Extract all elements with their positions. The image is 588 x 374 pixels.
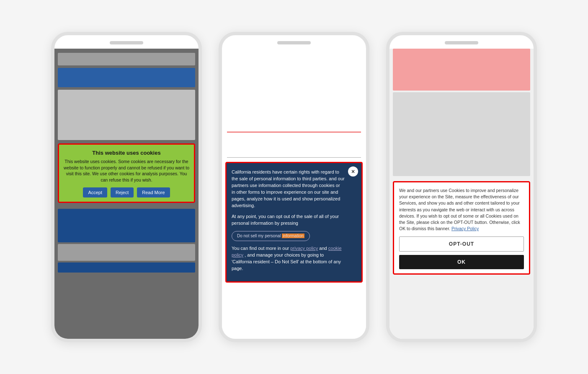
phone-1-bottom-bar-2 (58, 244, 195, 261)
phone-1-bar-2 (58, 68, 195, 87)
cookie-banner-2: × California residents have certain righ… (225, 162, 363, 283)
cookie-banner-2-text3: At any point, you can opt out of the sal… (232, 213, 356, 227)
accept-button[interactable]: Accept (83, 187, 107, 197)
cookie-text-find: You can find out more in our (232, 246, 289, 251)
privacy-policy-link-3[interactable]: Privacy Policy (451, 226, 479, 231)
close-icon: × (351, 168, 355, 175)
opt-out-button[interactable]: OPT-OUT (399, 236, 524, 252)
cookie-text-manage: , and manage your choices by going to 'C… (232, 252, 341, 271)
reject-button[interactable]: Reject (111, 187, 134, 197)
privacy-policy-link[interactable]: privacy policy (290, 246, 318, 251)
phone-3: We and our partners use Cookies to impro… (386, 32, 537, 342)
phone-2-top-area (227, 49, 361, 132)
cookie-banner-3-text: We and our partners use Cookies to impro… (399, 187, 524, 232)
phone-1-bottom-bar-1 (58, 209, 195, 242)
phone-3-screen: We and our partners use Cookies to impro… (389, 49, 534, 339)
phone-2-screen: × California residents have certain righ… (222, 49, 366, 339)
do-not-sell-highlight: information (282, 234, 304, 238)
phone-2: × California residents have certain righ… (219, 32, 369, 342)
phone-3-gray-block (393, 92, 530, 176)
phone-1-bar-1 (58, 53, 195, 65)
phone-2-mid-area (227, 132, 361, 158)
phone-1: This website uses cookies This website u… (51, 32, 202, 342)
cookie-text-and: and (319, 246, 327, 251)
cookie-text-p1: California residents have certain rights… (232, 169, 339, 181)
phone-1-content-block (58, 90, 195, 140)
phones-container: This website uses cookies This website u… (34, 15, 554, 359)
phone-1-background: This website uses cookies This website u… (54, 49, 199, 339)
do-not-sell-label-prefix: Do not sell my personal (237, 234, 282, 238)
cookie-banner-1: This website uses cookies This website u… (58, 143, 195, 203)
do-not-sell-button[interactable]: Do not sell my personal information (232, 231, 310, 242)
read-more-button[interactable]: Read More (137, 187, 170, 197)
ok-button[interactable]: OK (399, 255, 524, 269)
cookie-banner-2-text1: California residents have certain rights… (232, 169, 356, 209)
cookie-text-body: We and our partners use Cookies to impro… (399, 188, 520, 231)
phone-1-bottom-bars (54, 206, 199, 339)
cookie-banner-1-text: This website uses cookies. Some cookies … (63, 158, 190, 183)
cookie-banner-2-text4: You can find out more in our privacy pol… (232, 245, 356, 272)
phone-1-screen: This website uses cookies This website u… (54, 49, 199, 339)
phone-3-pink-bar (393, 49, 530, 91)
close-button[interactable]: × (348, 166, 358, 177)
cookie-banner-3: We and our partners use Cookies to impro… (393, 181, 530, 275)
cookie-banner-1-title: This website uses cookies (63, 150, 190, 156)
cookie-banner-1-buttons: Accept Reject Read More (63, 187, 190, 197)
phone-1-bottom-bar-3 (58, 262, 195, 273)
